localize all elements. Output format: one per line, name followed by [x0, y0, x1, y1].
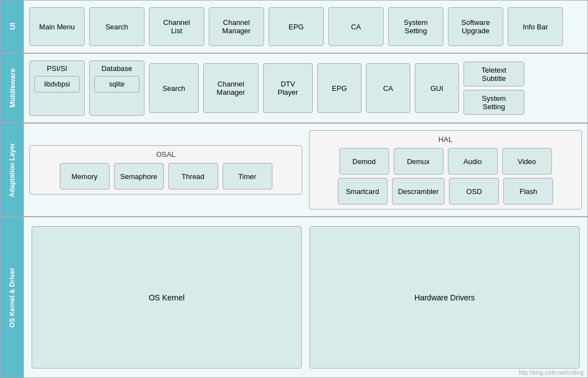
main-menu-box: Main Menu — [29, 7, 85, 46]
semaphore-box: Semaphore — [114, 163, 164, 190]
os-layer-label: OS Kernel & Driver — [1, 217, 24, 377]
os-kernel-box: OS Kernel — [32, 226, 302, 369]
mw-right-column: TeletextSubtitle SystemSetting — [463, 62, 524, 115]
middleware-layer-content: PSI/SI libdvbpsi Database sqlite Search … — [24, 54, 587, 122]
software-upgrade-box: SoftwareUpgrade — [448, 7, 503, 46]
system-setting-box: SystemSetting — [388, 7, 443, 46]
middleware-layer-label: Middleware — [1, 54, 24, 122]
info-bar-box: Info Bar — [508, 7, 563, 46]
ui-layer: UI Main Menu Search ChannelList ChannelM… — [0, 0, 588, 53]
dtv-player-box: DTVPlayer — [263, 63, 313, 113]
flash-box: Flash — [503, 178, 553, 205]
osal-title: OSAL — [35, 150, 296, 159]
osd-box: OSD — [449, 178, 499, 205]
adaptation-layer-label: Adaptation Layer — [1, 124, 24, 216]
ui-layer-content: Main Menu Search ChannelList ChannelMana… — [24, 1, 587, 53]
mw-channel-manager-box: ChannelManager — [203, 63, 259, 113]
audio-box: Audio — [448, 148, 498, 175]
teletext-subtitle-box: TeletextSubtitle — [463, 62, 524, 86]
database-box: Database sqlite — [89, 60, 145, 116]
memory-box: Memory — [60, 163, 110, 190]
hal-title: HAL — [315, 135, 576, 144]
descrambler-box: Descrambler — [392, 178, 445, 205]
hal-section: HAL Demod Demux Audio Video Smartcard De… — [309, 130, 582, 210]
osal-boxes-row: Memory Semaphore Thread Timer — [35, 163, 296, 190]
libdvbpsi-box: libdvbpsi — [34, 76, 80, 93]
psi-si-box: PSI/SI libdvbpsi — [29, 60, 85, 116]
os-layer-content: OS Kernel Hardware Drivers — [24, 217, 587, 377]
smartcard-box: Smartcard — [338, 178, 388, 205]
mw-gui-box: GUI — [415, 63, 459, 113]
demux-box: Demux — [394, 148, 443, 175]
channel-list-box: ChannelList — [149, 7, 204, 46]
hal-row2: Smartcard Descrambler OSD Flash — [315, 178, 576, 205]
hardware-drivers-box: Hardware Drivers — [310, 226, 580, 369]
adaptation-layer: Adaptation Layer OSAL Memory Semaphore T… — [0, 123, 588, 217]
mw-epg-box: EPG — [317, 63, 362, 113]
search-box: Search — [89, 7, 145, 46]
os-layer: OS Kernel & Driver OS Kernel Hardware Dr… — [0, 217, 588, 378]
timer-box: Timer — [223, 163, 272, 190]
watermark-text: http://blog.csdn.net/coding — [519, 370, 584, 376]
channel-manager-box: ChannelManager — [209, 7, 264, 46]
thread-box: Thread — [168, 163, 218, 190]
sqlite-box: sqlite — [94, 76, 140, 93]
hal-row1: Demod Demux Audio Video — [315, 148, 576, 175]
ca-box: CA — [328, 7, 384, 46]
middleware-layer: Middleware PSI/SI libdvbpsi Database sql… — [0, 53, 588, 123]
mw-ca-box: CA — [366, 63, 410, 113]
osal-section: OSAL Memory Semaphore Thread Timer — [29, 145, 302, 195]
adaptation-layer-content: OSAL Memory Semaphore Thread Timer HAL D… — [24, 124, 587, 216]
demod-box: Demod — [339, 148, 389, 175]
mw-search-box: Search — [149, 63, 199, 113]
database-label: Database — [94, 64, 140, 73]
ui-layer-label: UI — [1, 1, 24, 53]
psi-si-label: PSI/SI — [34, 64, 80, 73]
epg-box: EPG — [269, 7, 324, 46]
system-setting-mw-box: SystemSetting — [463, 90, 524, 115]
video-box: Video — [502, 148, 552, 175]
